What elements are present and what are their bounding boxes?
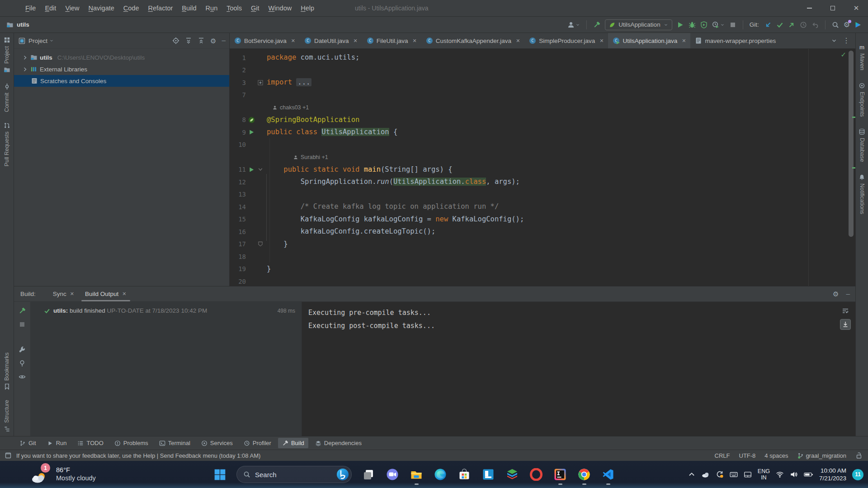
code-line[interactable]: 1package com.uci.utils;	[230, 52, 855, 64]
sync-icon[interactable]	[716, 470, 724, 479]
stop-button[interactable]	[729, 21, 736, 28]
scroll-to-end-icon[interactable]	[840, 319, 851, 330]
code-line[interactable]: 3import ...	[230, 76, 855, 89]
toolwindow-services[interactable]: Services	[197, 438, 237, 448]
project-panel-title[interactable]: Project	[28, 38, 47, 44]
chrome-taskbar-icon[interactable]	[577, 467, 591, 482]
author-hint[interactable]: Surabhi +1	[293, 154, 328, 160]
volume-icon[interactable]	[790, 470, 798, 479]
onedrive-icon[interactable]	[702, 470, 710, 479]
expand-all-icon[interactable]	[185, 37, 192, 44]
keyboard-icon[interactable]	[730, 470, 738, 479]
stop-icon[interactable]	[19, 321, 26, 328]
tray-expand-icon[interactable]	[688, 470, 696, 479]
code-line[interactable]: 14 /* Create kafka log topic on applicat…	[230, 201, 855, 213]
fold-expand-icon[interactable]	[257, 80, 264, 85]
sidebar-item-endpoints[interactable]: Endpoints	[859, 82, 865, 117]
taskbar-search[interactable]: Search	[236, 466, 352, 483]
close-tab-icon[interactable]: ✕	[122, 291, 126, 297]
minimize-button[interactable]	[797, 0, 821, 16]
gear-icon[interactable]: ⚙	[833, 291, 839, 297]
chat-taskbar-icon[interactable]	[385, 467, 400, 482]
plugin-colorful-icon[interactable]	[854, 21, 862, 28]
language-indicator[interactable]: ENG IN	[758, 468, 770, 481]
debug-button[interactable]	[689, 21, 696, 28]
sidebar-item-maven[interactable]: mMaven	[859, 44, 865, 70]
build-console[interactable]: Executing pre-compile tasks...Executing …	[302, 302, 855, 436]
tab-customkafkaappender-java[interactable]: CCustomKafkaAppender.java✕	[421, 33, 525, 48]
spring-gutter-icon[interactable]	[248, 117, 255, 123]
tab-botservice-java[interactable]: CBotService.java✕	[230, 33, 300, 48]
close-tab-icon[interactable]: ✕	[413, 38, 417, 44]
code-line[interactable]: 16 kafkaLogConfig.createLogTopic();	[230, 225, 855, 238]
tree-item-external-libraries[interactable]: External Libraries	[14, 63, 229, 75]
taskview-taskbar-icon[interactable]	[361, 467, 376, 482]
toolwindow-build[interactable]: Build	[278, 438, 308, 448]
user-profile-button[interactable]	[567, 21, 580, 28]
sidebar-item-bookmarks[interactable]: Bookmarks	[4, 352, 10, 390]
profiler-button[interactable]	[712, 21, 725, 28]
build-tab-sync[interactable]: Sync✕	[47, 286, 80, 301]
tab-utilsapplication-java[interactable]: CUtilsApplication.java✕	[608, 33, 690, 48]
edge-taskbar-icon[interactable]	[433, 467, 448, 482]
run-button[interactable]	[677, 21, 684, 28]
inspections-ok-icon[interactable]: ✓	[840, 51, 846, 59]
menu-item-build[interactable]: Build	[177, 3, 201, 14]
code-line[interactable]: 2	[230, 64, 855, 77]
weather-widget[interactable]: 1 86°F Mostly cloudy	[32, 464, 96, 484]
battery-icon[interactable]	[804, 470, 813, 479]
preview-eye-icon[interactable]	[19, 373, 26, 380]
menu-item-view[interactable]: View	[61, 3, 84, 14]
lenovo-taskbar-icon[interactable]	[481, 467, 495, 482]
code-line[interactable]: 12 SpringApplication.run(UtilsApplicatio…	[230, 176, 855, 188]
coverage-button[interactable]	[700, 21, 708, 28]
code-line[interactable]: 20	[230, 275, 855, 286]
menu-item-git[interactable]: Git	[246, 3, 264, 14]
git-rollback-icon[interactable]	[811, 21, 819, 28]
code-line[interactable]: 18	[230, 250, 855, 263]
start-button[interactable]	[212, 467, 227, 482]
run-line-icon[interactable]	[249, 167, 255, 173]
maximize-button[interactable]	[821, 0, 844, 16]
toolwindow-run[interactable]: Run	[43, 438, 71, 448]
wifi-icon[interactable]	[776, 470, 784, 479]
lock-icon[interactable]	[855, 452, 863, 459]
toolwindow-dependencies[interactable]: Dependencies	[311, 438, 366, 448]
git-history-icon[interactable]	[800, 21, 807, 28]
hide-panel-icon[interactable]: ─	[846, 291, 850, 297]
search-everywhere-icon[interactable]	[832, 21, 839, 28]
code-vision-hint-row[interactable]: chaks03 +1	[230, 101, 855, 114]
hidden-tabs-icon[interactable]	[831, 38, 837, 44]
toolwindow-todo[interactable]: TODO	[73, 438, 107, 448]
code-vision-hint-row[interactable]: Surabhi +1	[230, 151, 855, 164]
menu-item-help[interactable]: Help	[296, 3, 319, 14]
hide-panel-icon[interactable]: ─	[222, 38, 226, 43]
code-line[interactable]: 13	[230, 188, 855, 201]
close-tab-icon[interactable]: ✕	[516, 38, 520, 44]
code-line[interactable]: 8@SpringBootApplication	[230, 114, 855, 127]
line-ending-widget[interactable]: CRLF	[715, 452, 730, 459]
soft-wrap-icon[interactable]	[840, 305, 851, 316]
code-line[interactable]: 10	[230, 139, 855, 151]
project-name-widget[interactable]: utils	[6, 21, 29, 28]
sidebar-item-commit[interactable]: Commit	[4, 83, 10, 112]
sidebar-item-structure[interactable]: Structure	[4, 400, 10, 432]
bluestacks-taskbar-icon[interactable]	[505, 467, 519, 482]
git-update-button[interactable]	[764, 21, 772, 28]
git-push-button[interactable]	[788, 21, 795, 28]
code-line[interactable]: 15 KafkaLogConfig kafkaLogConfig = new K…	[230, 213, 855, 226]
code-line[interactable]: 7	[230, 89, 855, 102]
author-hint[interactable]: chaks03 +1	[272, 104, 309, 111]
tab-dateutil-java[interactable]: CDateUtil.java✕	[300, 33, 362, 48]
sidebar-item-database[interactable]: Database	[859, 128, 865, 162]
run-configuration-select[interactable]: UtilsApplication	[605, 19, 672, 30]
close-tab-icon[interactable]: ✕	[682, 38, 686, 44]
fold-end-icon[interactable]	[257, 241, 264, 247]
rerun-build-icon[interactable]	[19, 307, 26, 314]
sidebar-item-project[interactable]: Project	[4, 37, 10, 73]
sidebar-item-notifications[interactable]: Notifications	[859, 174, 865, 214]
git-branch-widget[interactable]: graal_migration	[797, 452, 846, 459]
git-commit-button[interactable]	[776, 21, 783, 28]
close-button[interactable]: ✕	[844, 0, 868, 16]
menu-item-tools[interactable]: Tools	[222, 3, 246, 14]
